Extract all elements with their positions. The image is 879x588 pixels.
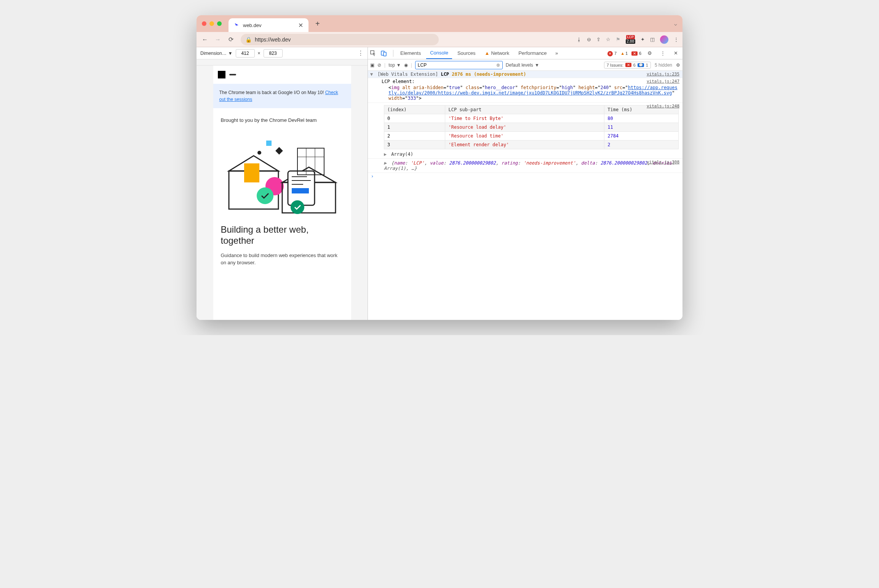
clear-console-icon[interactable]: ⊘ xyxy=(377,62,381,68)
hero-subtext: Guidance to build modern web experiences… xyxy=(221,252,344,267)
url-text: https://web.dev xyxy=(255,37,291,43)
profile-avatar[interactable] xyxy=(660,35,668,44)
source-link[interactable]: vitals.js:235 xyxy=(647,72,679,77)
lcp-table-row: vitals.js:248 (index) LCP sub-part Time … xyxy=(368,103,682,159)
minimize-window-button[interactable] xyxy=(209,21,214,26)
width-input[interactable] xyxy=(236,49,255,58)
svg-rect-13 xyxy=(292,188,309,193)
ext-value: 2.88 xyxy=(626,39,635,44)
more-tabs-icon[interactable]: » xyxy=(552,50,561,56)
height-input[interactable] xyxy=(264,49,283,58)
maximize-window-button[interactable] xyxy=(217,21,222,26)
install-icon[interactable]: ⭳ xyxy=(577,37,582,42)
address-bar[interactable]: 🔒 https://web.dev xyxy=(241,34,439,45)
hero-illustration xyxy=(221,129,344,217)
tab-title: web.dev xyxy=(243,22,295,28)
context-selector[interactable]: top ▼ xyxy=(388,62,401,68)
log-header-row[interactable]: vitals.js:235 ▼ [Web Vitals Extension] L… xyxy=(368,71,682,78)
site-header xyxy=(213,66,351,84)
chevron-down-icon[interactable]: ⌵ xyxy=(674,21,677,27)
devtools-pane: Elements Console Sources ▲Network Perfor… xyxy=(368,47,682,320)
svg-point-15 xyxy=(291,200,304,214)
th-index: (index) xyxy=(384,105,445,114)
svg-rect-22 xyxy=(384,52,386,56)
site-logo-icon[interactable] xyxy=(218,71,225,78)
console-prompt[interactable]: › xyxy=(368,173,682,180)
array-summary[interactable]: ▶ Array(4) xyxy=(370,151,680,158)
console-output: vitals.js:235 ▼ [Web Vitals Extension] L… xyxy=(368,71,682,320)
announcement-banner: The Chrome team is back at Google I/O on… xyxy=(213,84,351,108)
svg-rect-5 xyxy=(266,141,272,146)
error-count[interactable]: ✕ 7 xyxy=(607,50,617,56)
new-tab-button[interactable]: + xyxy=(315,19,320,28)
kicker-text: Brought to you by the Chrome DevRel team xyxy=(221,117,344,123)
source-link[interactable]: vitals.js:308 xyxy=(647,160,679,165)
viewport[interactable]: The Chrome team is back at Google I/O on… xyxy=(213,66,351,320)
tab-network[interactable]: ▲Network xyxy=(481,47,513,59)
close-window-button[interactable] xyxy=(202,21,206,26)
devtools-menu-icon[interactable]: ⋮ xyxy=(658,50,667,56)
close-tab-icon[interactable]: ✕ xyxy=(298,22,303,29)
device-toggle-icon[interactable] xyxy=(381,50,390,56)
live-expression-icon[interactable]: ◉ xyxy=(404,62,408,68)
svg-rect-2 xyxy=(244,163,259,182)
sidepanel-icon[interactable]: ◫ xyxy=(650,37,655,42)
table-row: 2'Resource load time'2784 xyxy=(384,132,679,141)
filter-input[interactable]: ⊗ xyxy=(415,61,503,69)
back-button[interactable]: ← xyxy=(200,36,209,43)
inspect-icon[interactable] xyxy=(370,50,379,56)
table-row: 3'Element render delay'2 xyxy=(384,141,679,149)
menu-icon[interactable]: ⋮ xyxy=(674,37,679,42)
blocked-count[interactable]: ✕ 6 xyxy=(631,50,641,56)
dimensions-dropdown[interactable]: Dimension… ▼ xyxy=(200,51,233,56)
flag-icon[interactable]: ⚑ xyxy=(616,37,620,42)
titlebar: web.dev ✕ + ⌵ xyxy=(197,15,682,32)
close-devtools-icon[interactable]: ✕ xyxy=(671,50,680,56)
lock-icon: 🔒 xyxy=(245,37,252,43)
ext-label: LCP xyxy=(626,35,635,39)
settings-icon[interactable]: ⚙ xyxy=(645,50,654,56)
source-link[interactable]: vitals.js:248 xyxy=(647,104,679,109)
forward-button[interactable]: → xyxy=(213,36,222,43)
sidebar-toggle-icon[interactable]: ▣ xyxy=(370,62,374,68)
bookmark-icon[interactable]: ☆ xyxy=(606,37,611,42)
source-link[interactable]: vitals.js:247 xyxy=(647,79,679,84)
hamburger-icon[interactable] xyxy=(229,74,236,75)
hidden-count[interactable]: 5 hidden xyxy=(655,62,672,68)
tab-console[interactable]: Console xyxy=(426,47,452,59)
warning-count[interactable]: 1 xyxy=(620,51,628,56)
tab-sources[interactable]: Sources xyxy=(454,47,479,59)
log-levels-selector[interactable]: Default levels ▼ xyxy=(506,62,539,68)
lcp-element-html[interactable]: <img alt aria-hidden="true" class="hero_… xyxy=(370,84,680,102)
share-icon[interactable]: ⇧ xyxy=(596,37,601,42)
th-subpart: LCP sub-part xyxy=(445,105,604,114)
zoom-icon[interactable]: ⊖ xyxy=(587,37,591,42)
favicon-icon xyxy=(234,22,240,28)
device-more-icon[interactable]: ⋮ xyxy=(358,50,364,57)
console-settings-icon[interactable]: ⚙ xyxy=(676,62,680,68)
lcp-subparts-table: (index) LCP sub-part Time (ms) 0'Time to… xyxy=(384,105,679,149)
svg-point-14 xyxy=(257,187,273,204)
viewport-area: The Chrome team is back at Google I/O on… xyxy=(197,66,368,320)
table-row: 1'Resource load delay'11 xyxy=(384,123,679,132)
lcp-object-row[interactable]: vitals.js:308 ▶ {name: 'LCP', value: 287… xyxy=(368,159,682,173)
clear-filter-icon[interactable]: ⊗ xyxy=(496,62,500,68)
lcp-element-row: vitals.js:247 LCP element: <img alt aria… xyxy=(368,78,682,103)
toolbar: ← → ⟳ 🔒 https://web.dev ⭳ ⊖ ⇧ ☆ ⚑ LCP 2.… xyxy=(197,32,682,47)
browser-window: web.dev ✕ + ⌵ ← → ⟳ 🔒 https://web.dev ⭳ … xyxy=(197,15,682,320)
filter-text[interactable] xyxy=(418,62,496,68)
banner-text: The Chrome team is back at Google I/O on… xyxy=(219,90,325,95)
web-vitals-extension-icon[interactable]: LCP 2.88 xyxy=(626,35,635,44)
hero-heading: Building a better web, together xyxy=(221,224,344,246)
tab-elements[interactable]: Elements xyxy=(396,47,425,59)
issues-badge[interactable]: 7 Issues: ✕6 💬1 xyxy=(604,62,651,69)
browser-tab[interactable]: web.dev ✕ xyxy=(229,18,308,32)
device-preview-pane: Dimension… ▼ × ⋮ The Chrome team is back… xyxy=(197,47,368,320)
ruler xyxy=(197,59,368,66)
svg-point-4 xyxy=(257,151,261,155)
devtools-tabs: Elements Console Sources ▲Network Perfor… xyxy=(368,47,682,59)
extensions-icon[interactable]: ✦ xyxy=(641,37,645,42)
tab-performance[interactable]: Performance xyxy=(515,47,550,59)
reload-button[interactable]: ⟳ xyxy=(226,36,235,43)
lcp-element-label: LCP element: xyxy=(370,79,680,84)
